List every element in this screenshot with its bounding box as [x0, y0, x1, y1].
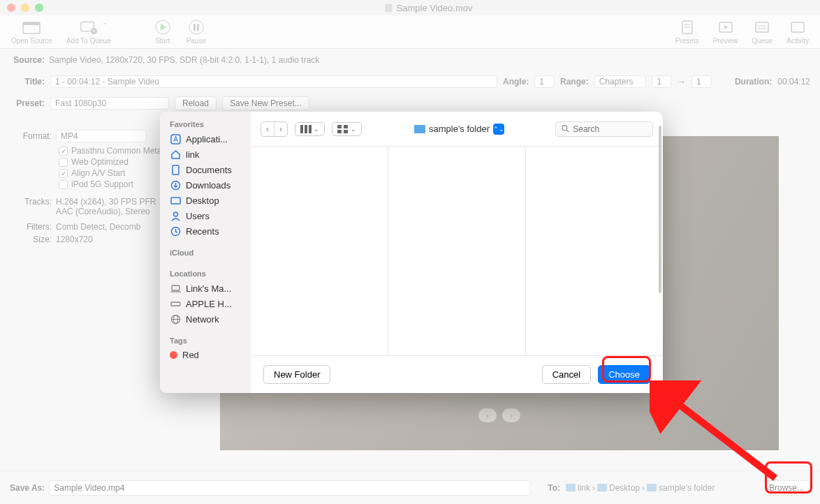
column-1[interactable] — [251, 147, 388, 355]
svg-rect-32 — [305, 125, 307, 133]
favorites-header: Favorites — [160, 117, 251, 131]
path-selector[interactable]: sample's folder ⌃⌄ — [410, 122, 507, 136]
doc-icon — [170, 164, 181, 175]
svg-rect-31 — [300, 125, 303, 133]
sidebar-item-network[interactable]: Network — [160, 311, 251, 327]
search-box[interactable] — [555, 121, 653, 137]
icloud-header: iCloud — [160, 246, 251, 260]
tags-header: Tags — [160, 334, 251, 348]
file-chooser-dialog: Favorites AApplicati... link Documents D… — [160, 112, 663, 393]
svg-rect-35 — [344, 125, 348, 128]
sidebar-item-applications[interactable]: AApplicati... — [160, 131, 251, 147]
svg-point-38 — [562, 126, 567, 131]
recent-icon — [170, 225, 181, 237]
grid-icon — [337, 125, 349, 133]
download-icon — [170, 179, 181, 191]
svg-point-23 — [173, 212, 177, 216]
svg-rect-34 — [337, 125, 342, 128]
column-2[interactable] — [388, 147, 526, 355]
svg-rect-20 — [173, 165, 179, 175]
dialog-toolbar: ‹ › ⌄ ⌄ sample's folder ⌃⌄ — [251, 112, 663, 147]
column-view-button[interactable]: ⌄ — [295, 122, 325, 136]
network-icon — [170, 313, 181, 325]
search-input[interactable] — [573, 124, 647, 134]
sidebar-item-home[interactable]: link — [160, 147, 251, 162]
users-icon — [170, 210, 181, 221]
forward-button[interactable]: › — [274, 122, 287, 136]
sidebar-tag-red[interactable]: Red — [160, 348, 251, 362]
sidebar-item-apple-hd[interactable]: APPLE H... — [160, 296, 251, 311]
dialog-footer: New Folder Cancel Choose — [251, 355, 663, 393]
sidebar-item-documents[interactable]: Documents — [160, 162, 251, 177]
app-icon: A — [170, 133, 181, 144]
path-chevron-icon: ⌃⌄ — [493, 124, 504, 135]
search-icon — [562, 124, 569, 133]
chevron-down-icon: ⌄ — [351, 126, 356, 133]
disk-icon — [170, 298, 181, 309]
svg-rect-22 — [171, 198, 180, 204]
svg-rect-33 — [309, 125, 312, 133]
svg-line-39 — [566, 130, 569, 132]
sidebar-item-users[interactable]: Users — [160, 208, 251, 223]
home-icon — [170, 149, 181, 160]
cancel-button[interactable]: Cancel — [542, 365, 591, 384]
sidebar-item-links-mac[interactable]: Link's Ma... — [160, 281, 251, 296]
sidebar-item-recents[interactable]: Recents — [160, 223, 251, 239]
chevron-down-icon: ⌄ — [314, 126, 319, 133]
sidebar-item-downloads[interactable]: Downloads — [160, 177, 251, 193]
sidebar-item-desktop[interactable]: Desktop — [160, 193, 251, 208]
column-3[interactable] — [526, 147, 663, 355]
columns-icon — [300, 125, 312, 133]
desktop-icon — [170, 195, 181, 206]
tag-dot-icon — [170, 351, 177, 359]
group-button[interactable]: ⌄ — [332, 122, 362, 136]
locations-header: Locations — [160, 267, 251, 281]
new-folder-button[interactable]: New Folder — [263, 365, 330, 384]
svg-rect-25 — [172, 286, 180, 290]
svg-text:A: A — [173, 135, 178, 143]
nav-arrows: ‹ › — [261, 121, 288, 137]
svg-rect-36 — [337, 130, 342, 133]
back-button[interactable]: ‹ — [261, 122, 274, 136]
column-browser[interactable] — [251, 147, 663, 355]
svg-rect-37 — [344, 130, 348, 133]
folder-icon — [414, 125, 425, 133]
choose-button[interactable]: Choose — [598, 365, 650, 384]
svg-rect-27 — [171, 302, 180, 306]
laptop-icon — [170, 283, 181, 294]
dialog-sidebar: Favorites AApplicati... link Documents D… — [160, 112, 251, 393]
